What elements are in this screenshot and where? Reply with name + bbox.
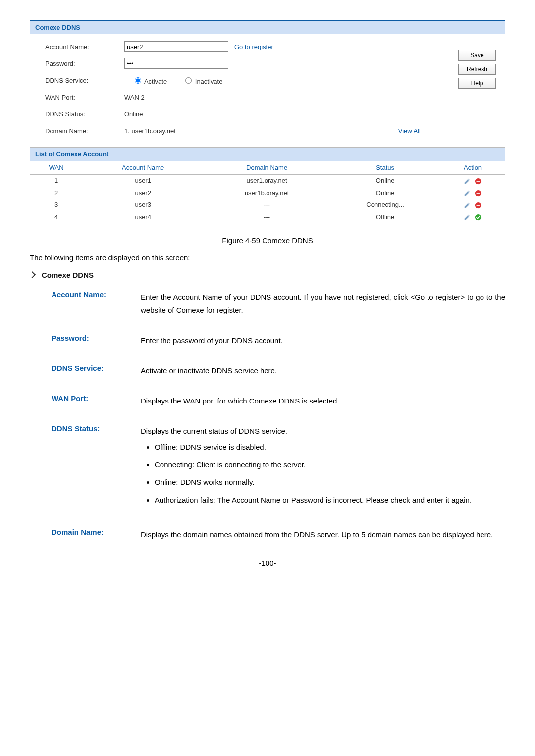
ddns-status-label: DDNS Status: [45, 110, 124, 118]
wan-port-value: WAN 2 [124, 94, 145, 101]
inactivate-label: Inactivate [195, 78, 223, 85]
desc-wan-text: Displays the WAN port for which Comexe D… [141, 394, 505, 407]
cell-action [440, 211, 505, 223]
svg-point-6 [475, 214, 481, 220]
col-domain: Domain Name [204, 161, 330, 175]
desc-account-text: Enter the Account Name of your DDNS acco… [141, 290, 505, 317]
desc-service-text: Activate or inactivate DDNS service here… [141, 364, 505, 377]
svg-rect-1 [476, 181, 480, 182]
status-item: Connecting: Client is connecting to the … [155, 458, 505, 471]
desc-status-text: Displays the current status of DDNS serv… [141, 424, 505, 438]
edit-icon[interactable] [464, 190, 471, 197]
cell-domain: --- [204, 211, 330, 223]
edit-icon[interactable] [464, 178, 471, 185]
activate-radio[interactable] [135, 77, 141, 84]
domain-name-label: Domain Name: [45, 127, 124, 135]
status-item: Offline: DDNS service is disabled. [155, 441, 505, 454]
cell-wan: 1 [30, 175, 82, 187]
svg-rect-3 [476, 193, 480, 194]
cell-status: Connecting... [330, 199, 440, 211]
status-item: Authorization fails: The Account Name or… [155, 494, 505, 506]
desc-service-label: DDNS Service: [52, 364, 141, 372]
edit-icon[interactable] [464, 202, 471, 209]
intro-line: The following items are displayed on thi… [30, 253, 505, 262]
cell-account: user4 [82, 211, 204, 223]
side-buttons: Save Refresh Help [458, 50, 496, 89]
edit-icon[interactable] [464, 214, 471, 221]
password-input[interactable] [124, 58, 228, 69]
cell-wan: 2 [30, 187, 82, 199]
section-title: Comexe DDNS [30, 271, 505, 279]
panel-title: Comexe DDNS [30, 21, 505, 34]
desc-password-label: Password: [52, 334, 141, 342]
col-action: Action [440, 161, 505, 175]
table-row: 1user1user1.oray.netOnline [30, 175, 505, 187]
delete-icon[interactable] [475, 202, 482, 209]
table-row: 2user2user1b.oray.netOnline [30, 187, 505, 199]
save-button[interactable]: Save [458, 50, 496, 61]
col-account: Account Name [82, 161, 204, 175]
cell-wan: 3 [30, 199, 82, 211]
delete-icon[interactable] [475, 190, 482, 197]
password-label: Password: [45, 60, 124, 67]
cell-domain: --- [204, 199, 330, 211]
list-title: List of Comexe Account [30, 147, 505, 161]
wan-port-label: WAN Port: [45, 94, 124, 101]
cell-account: user2 [82, 187, 204, 199]
cell-action [440, 199, 505, 211]
desc-domain-label: Domain Name: [52, 528, 141, 536]
inactivate-radio[interactable] [185, 77, 192, 84]
col-wan: WAN [30, 161, 82, 175]
help-button[interactable]: Help [458, 78, 496, 89]
refresh-button[interactable]: Refresh [458, 64, 496, 75]
col-status: Status [330, 161, 440, 175]
status-item: Online: DDNS works normally. [155, 476, 505, 489]
delete-icon[interactable] [475, 178, 482, 185]
cell-action [440, 175, 505, 187]
cell-status: Offline [330, 211, 440, 223]
desc-status-label: DDNS Status: [52, 424, 141, 433]
activate-label: Activate [144, 78, 167, 85]
desc-wan-label: WAN Port: [52, 394, 141, 403]
figure-caption: Figure 4-59 Comexe DDNS [30, 236, 505, 245]
ddns-service-label: DDNS Service: [45, 77, 124, 84]
form-area: Save Refresh Help Account Name: Go to re… [30, 34, 505, 147]
go-to-register-link[interactable]: Go to register [234, 43, 273, 50]
account-name-input[interactable] [124, 41, 228, 52]
cell-account: user3 [82, 199, 204, 211]
account-name-label: Account Name: [45, 43, 124, 50]
enable-icon[interactable] [475, 214, 482, 221]
cell-action [440, 187, 505, 199]
table-row: 4user4---Offline [30, 211, 505, 223]
view-all-link[interactable]: View All [398, 127, 421, 135]
table-row: 3user3---Connecting... [30, 199, 505, 211]
domain-name-value: 1. user1b.oray.net [124, 127, 176, 135]
desc-password-text: Enter the password of your DDNS account. [141, 334, 505, 347]
account-table: WAN Account Name Domain Name Status Acti… [30, 161, 505, 223]
cell-status: Online [330, 175, 440, 187]
desc-domain-text: Displays the domain names obtained from … [141, 528, 505, 541]
chevron-right-icon [29, 271, 36, 278]
desc-status-body: Displays the current status of DDNS serv… [141, 424, 505, 511]
cell-wan: 4 [30, 211, 82, 223]
ddns-panel: Comexe DDNS Save Refresh Help Account Na… [30, 20, 505, 223]
cell-status: Online [330, 187, 440, 199]
desc-account-label: Account Name: [52, 290, 141, 299]
cell-domain: user1.oray.net [204, 175, 330, 187]
cell-domain: user1b.oray.net [204, 187, 330, 199]
ddns-status-value: Online [124, 110, 143, 118]
svg-rect-5 [476, 205, 480, 206]
page-number: -100- [30, 559, 505, 567]
cell-account: user1 [82, 175, 204, 187]
